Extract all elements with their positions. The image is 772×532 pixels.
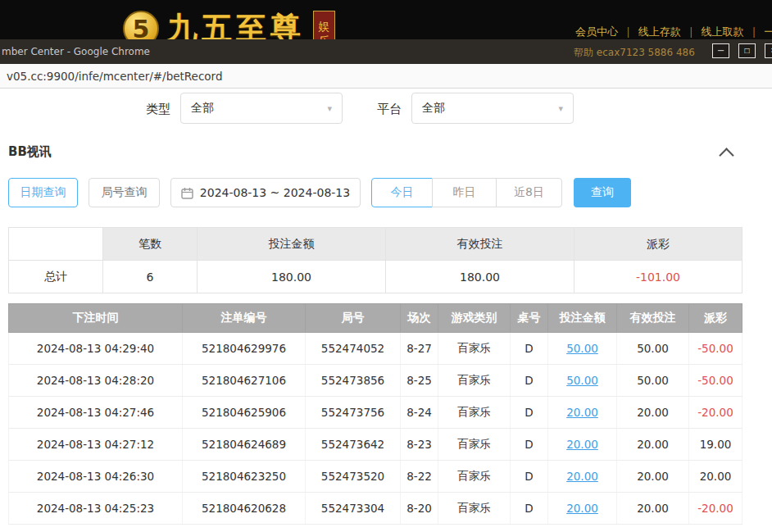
date-range-value: 2024-08-13 ~ 2024-08-13 [200, 186, 350, 199]
round-no: 552474052 [306, 333, 401, 365]
payout: 20.00 [689, 461, 742, 493]
summary-bet-amount-value: 180.00 [198, 261, 386, 293]
round-no: 552473856 [306, 365, 401, 397]
section-title: BB视讯 [8, 144, 52, 160]
type-select-value: 全部 [191, 101, 214, 116]
valid-bet: 20.00 [617, 429, 689, 461]
bet-time: 2024-08-13 04:25:23 [9, 493, 183, 525]
table-row: 2024-08-13 04:25:23 521804620628 5524733… [9, 493, 742, 525]
date-range-input[interactable]: 2024-08-13 ~ 2024-08-13 [170, 178, 361, 207]
top-nav: 会员中心 线上存款 线上取款 一键 [575, 25, 772, 39]
round-no: 552473520 [306, 461, 401, 493]
table-no: D [511, 333, 548, 365]
session: 8-24 [401, 397, 438, 429]
window-controls: ─ □ × [712, 43, 772, 58]
bet-time: 2024-08-13 04:28:20 [9, 365, 183, 397]
maximize-button[interactable]: □ [738, 43, 756, 58]
summary-header-blank [9, 228, 103, 261]
search-button[interactable]: 查询 [574, 178, 631, 207]
chevron-down-icon: ▾ [327, 103, 332, 114]
bet-time: 2024-08-13 04:27:46 [9, 397, 183, 429]
yesterday-button[interactable]: 昨日 [432, 178, 497, 207]
session: 8-25 [401, 365, 438, 397]
summary-payout-value: -101.00 [574, 261, 742, 293]
site-header: 5 九五至尊 娱 乐 会员中心 线上存款 线上取款 一键 [0, 0, 772, 39]
nav-member-center[interactable]: 会员中心 [575, 25, 618, 39]
bet-amount-link[interactable]: 20.00 [548, 493, 617, 525]
url-text[interactable]: v05.cc:9900/infe/mcenter/#/betRecord [7, 70, 222, 83]
window-title: mber Center - Google Chrome [2, 46, 150, 57]
payout: -20.00 [689, 493, 742, 525]
nav-withdraw[interactable]: 线上取款 [681, 25, 744, 39]
bet-time: 2024-08-13 04:27:12 [9, 429, 183, 461]
payout: -50.00 [689, 365, 742, 397]
bet-time: 2024-08-13 04:26:30 [9, 461, 183, 493]
chevron-up-icon[interactable] [719, 148, 733, 162]
bet-amount-link[interactable]: 50.00 [548, 365, 617, 397]
order-no: 521804625906 [183, 397, 306, 429]
table-header-row: 下注时间 注单编号 局号 场次 游戏类别 桌号 投注金额 有效投注 派彩 [9, 304, 742, 333]
summary-total-label: 总计 [9, 261, 103, 293]
round-no: 552473642 [306, 429, 401, 461]
table-row: 2024-08-13 04:26:30 521804623250 5524735… [9, 461, 742, 493]
bet-amount-link[interactable]: 50.00 [548, 333, 617, 365]
game-type: 百家乐 [438, 461, 511, 493]
bet-record-table: 下注时间 注单编号 局号 场次 游戏类别 桌号 投注金额 有效投注 派彩 202… [8, 303, 742, 525]
summary-valid-bet-value: 180.00 [386, 261, 574, 293]
order-no: 521804623250 [183, 461, 306, 493]
round-no: 552473304 [306, 493, 401, 525]
type-filter-label: 类型 [146, 102, 170, 117]
summary-header-bet-amount: 投注金额 [198, 228, 386, 261]
screen: 5 九五至尊 娱 乐 会员中心 线上存款 线上取款 一键 mber Center… [0, 0, 772, 532]
header-order-no: 注单编号 [183, 304, 306, 333]
header-table-no: 桌号 [511, 304, 548, 333]
game-type: 百家乐 [438, 429, 511, 461]
valid-bet: 20.00 [617, 493, 689, 525]
bet-amount-link[interactable]: 20.00 [548, 461, 617, 493]
platform-filter-label: 平台 [377, 102, 402, 117]
browser-titlebar[interactable]: mber Center - Google Chrome 帮助 ecax7123 … [0, 39, 772, 64]
game-type: 百家乐 [438, 365, 511, 397]
game-type: 百家乐 [438, 333, 511, 365]
valid-bet: 50.00 [617, 365, 689, 397]
nav-deposit[interactable]: 线上存款 [618, 25, 681, 39]
payout: 19.00 [689, 429, 742, 461]
minimize-button[interactable]: ─ [712, 43, 729, 58]
header-bet-time: 下注时间 [9, 304, 183, 333]
session: 8-27 [401, 333, 438, 365]
header-game-type: 游戏类别 [438, 304, 511, 333]
table-no: D [511, 365, 548, 397]
summary-total-row: 总计 6 180.00 180.00 -101.00 [9, 261, 742, 293]
game-type: 百家乐 [438, 397, 511, 429]
platform-select[interactable]: 全部 ▾ [411, 93, 574, 124]
bet-amount-link[interactable]: 20.00 [548, 397, 617, 429]
header-bet-amount: 投注金额 [548, 304, 617, 333]
calendar-icon [181, 187, 193, 199]
table-row: 2024-08-13 04:29:40 521804629976 5524740… [9, 333, 742, 365]
table-no: D [511, 429, 548, 461]
order-no: 521804620628 [183, 493, 306, 525]
bet-amount-link[interactable]: 20.00 [548, 429, 617, 461]
date-query-button[interactable]: 日期查询 [8, 178, 78, 207]
valid-bet: 20.00 [617, 397, 689, 429]
today-button[interactable]: 今日 [371, 178, 433, 207]
session: 8-23 [401, 429, 438, 461]
platform-select-value: 全部 [422, 101, 445, 116]
summary-table: 笔数 投注金额 有效投注 派彩 总计 6 180.00 180.00 -101.… [8, 227, 742, 293]
nav-one-key[interactable]: 一键 [743, 25, 772, 39]
header-payout: 派彩 [689, 304, 742, 333]
bet-time: 2024-08-13 04:29:40 [9, 333, 183, 365]
round-query-button[interactable]: 局号查询 [89, 178, 160, 207]
chevron-down-icon: ▾ [558, 103, 563, 114]
last-8-days-button[interactable]: 近8日 [496, 178, 562, 207]
type-select[interactable]: 全部 ▾ [180, 93, 343, 124]
valid-bet: 50.00 [617, 333, 689, 365]
table-row: 2024-08-13 04:27:12 521804624689 5524736… [9, 429, 742, 461]
summary-count-value: 6 [103, 261, 198, 293]
table-row: 2024-08-13 04:28:20 521804627106 5524738… [9, 365, 742, 397]
payout: -50.00 [689, 333, 742, 365]
close-button[interactable]: × [765, 43, 772, 58]
payout: -20.00 [689, 397, 742, 429]
summary-header-row: 笔数 投注金额 有效投注 派彩 [9, 228, 742, 261]
game-type: 百家乐 [438, 493, 511, 525]
